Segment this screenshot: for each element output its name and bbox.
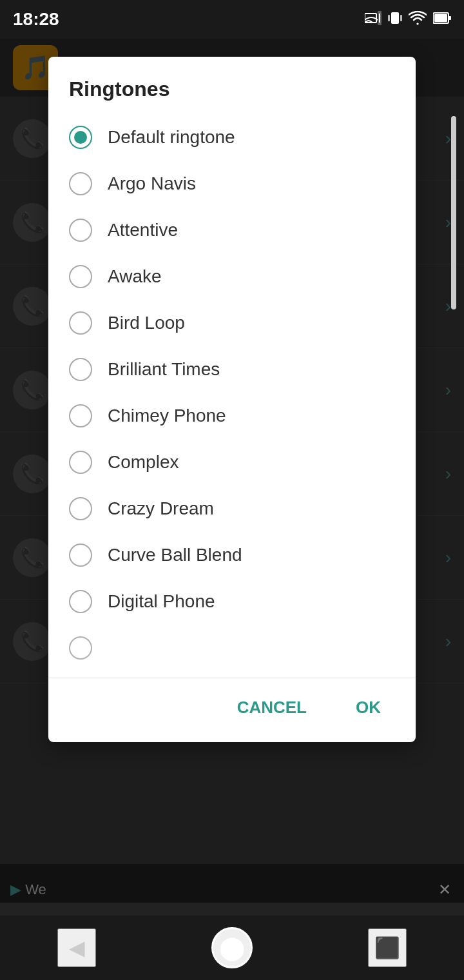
- ringtone-item-default[interactable]: Default ringtone: [48, 114, 416, 161]
- ringtone-label-attentive: Attentive: [108, 220, 178, 240]
- dialog-title: Ringtones: [48, 57, 416, 114]
- ok-button[interactable]: OK: [336, 689, 400, 727]
- ringtone-label-argo-navis: Argo Navis: [108, 173, 196, 194]
- radio-partial: [69, 636, 92, 660]
- svg-rect-5: [400, 15, 402, 21]
- back-button[interactable]: ◀: [57, 928, 96, 967]
- ringtone-item-digital-phone[interactable]: Digital Phone: [48, 578, 416, 625]
- cast-icon: [365, 11, 382, 28]
- status-bar: 18:28: [0, 0, 464, 39]
- vibrate-icon: [388, 10, 402, 30]
- status-time: 18:28: [13, 9, 59, 30]
- dialog-scrollbar[interactable]: [451, 116, 456, 309]
- ringtone-item-complex[interactable]: Complex: [48, 439, 416, 485]
- ringtone-label-curve-ball-blend: Curve Ball Blend: [108, 545, 242, 565]
- ringtone-item-bird-loop[interactable]: Bird Loop: [48, 300, 416, 346]
- ringtone-item-partial[interactable]: [48, 625, 416, 671]
- svg-rect-4: [388, 15, 390, 21]
- ringtone-item-awake[interactable]: Awake: [48, 253, 416, 300]
- ringtone-item-curve-ball-blend[interactable]: Curve Ball Blend: [48, 532, 416, 578]
- nav-bar: ◀ ⬤ ⬛: [0, 916, 464, 980]
- radio-bird-loop: [69, 311, 92, 335]
- svg-rect-7: [434, 14, 447, 22]
- ringtone-item-attentive[interactable]: Attentive: [48, 207, 416, 253]
- radio-brilliant-times: [69, 358, 92, 381]
- recents-button[interactable]: ⬛: [368, 928, 407, 967]
- ringtone-item-crazy-dream[interactable]: Crazy Dream: [48, 485, 416, 532]
- ringtone-label-crazy-dream: Crazy Dream: [108, 498, 214, 519]
- wifi-icon: [409, 11, 427, 28]
- radio-digital-phone: [69, 590, 92, 613]
- ringtone-item-brilliant-times[interactable]: Brilliant Times: [48, 346, 416, 393]
- svg-rect-3: [391, 12, 399, 24]
- ringtone-label-awake: Awake: [108, 266, 162, 287]
- ringtone-label-default: Default ringtone: [108, 127, 235, 148]
- ringtone-label-bird-loop: Bird Loop: [108, 313, 185, 333]
- dialog-actions: Cancel OK: [48, 678, 416, 742]
- radio-chimey-phone: [69, 404, 92, 427]
- ringtone-label-brilliant-times: Brilliant Times: [108, 359, 220, 380]
- ringtone-item-argo-navis[interactable]: Argo Navis: [48, 161, 416, 207]
- ringtone-label-digital-phone: Digital Phone: [108, 591, 215, 612]
- radio-complex: [69, 451, 92, 474]
- home-button[interactable]: ⬤: [211, 927, 253, 968]
- svg-rect-8: [449, 16, 451, 20]
- radio-inner-default: [74, 131, 87, 144]
- radio-awake: [69, 265, 92, 288]
- radio-argo-navis: [69, 172, 92, 195]
- status-icons: [365, 10, 451, 30]
- ringtones-dialog: Ringtones Default ringtone Argo Navis At…: [48, 57, 416, 742]
- radio-attentive: [69, 219, 92, 242]
- ringtone-label-chimey-phone: Chimey Phone: [108, 406, 226, 426]
- ringtone-label-complex: Complex: [108, 452, 179, 473]
- ringtones-list: Default ringtone Argo Navis Attentive Aw…: [48, 114, 416, 678]
- battery-icon: [433, 12, 451, 28]
- ringtone-item-chimey-phone[interactable]: Chimey Phone: [48, 393, 416, 439]
- radio-default: [69, 126, 92, 149]
- radio-curve-ball-blend: [69, 544, 92, 567]
- cancel-button[interactable]: Cancel: [218, 689, 326, 727]
- svg-rect-2: [379, 14, 380, 23]
- radio-crazy-dream: [69, 497, 92, 520]
